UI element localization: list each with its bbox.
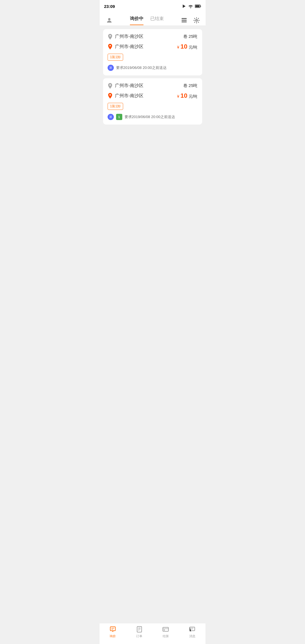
from-pin-icon-2: [108, 83, 113, 88]
to-price-2: ¥ 10 元/吨: [177, 92, 198, 99]
from-location-1: 广州市-南沙区: [108, 34, 143, 40]
svg-rect-6: [182, 20, 187, 21]
svg-rect-7: [182, 21, 187, 22]
to-city-1: 广州市-南沙区: [115, 44, 143, 50]
tags-row-2: 1装1卸: [108, 103, 198, 110]
settings-icon: [193, 17, 200, 23]
tab-inquiry[interactable]: 询价中: [130, 16, 143, 25]
deadline-text-2: 要求2019/06/08 20:00之前送达: [125, 114, 175, 119]
派-icon-1: 派: [108, 65, 114, 71]
price-symbol-2: ¥: [177, 94, 179, 99]
status-icons: [182, 4, 201, 8]
to-location-1: 广州市-南沙区: [108, 44, 143, 50]
status-time: 23:09: [104, 4, 115, 9]
派-icon-2: 派: [108, 114, 114, 120]
badge-count-2: 1: [118, 116, 120, 119]
tags-row-1: 1装1卸: [108, 54, 198, 61]
svg-point-4: [108, 18, 110, 20]
from-row-2: 广州市-南沙区 卷 25吨: [108, 83, 198, 89]
deadline-row-1: 派 要求2019/06/08 20:00之前送达: [108, 65, 198, 71]
to-location-2: 广州市-南沙区: [108, 93, 143, 99]
svg-point-8: [196, 19, 197, 21]
to-pin-icon-1: [108, 44, 113, 49]
price-unit-1: 元/吨: [189, 45, 198, 49]
header-tabs: 询价中 已结束: [130, 16, 164, 25]
svg-rect-2: [200, 6, 201, 7]
battery-icon: [195, 5, 201, 8]
main-content: 广州市-南沙区 卷 25吨 广州市-南沙区 ¥ 10 元/吨 1装1卸: [100, 26, 206, 128]
price-value-2: 10: [180, 92, 187, 99]
from-pin-icon-1: [108, 34, 113, 39]
to-row-2: 广州市-南沙区 ¥ 10 元/吨: [108, 92, 198, 99]
play-icon: [182, 4, 186, 8]
settings-button[interactable]: [192, 16, 201, 25]
tag-load-unload-2: 1装1卸: [108, 103, 123, 110]
price-value-1: 10: [180, 43, 187, 50]
from-city-1: 广州市-南沙区: [115, 34, 143, 40]
deadline-text-1: 要求2019/06/08 20:00之前送达: [116, 65, 167, 70]
tag-load-unload-1: 1装1卸: [108, 54, 123, 61]
order-card-2[interactable]: 广州市-南沙区 卷 25吨 广州市-南沙区 ¥ 10 元/吨 1装1卸: [103, 78, 202, 125]
layers-button[interactable]: [180, 16, 189, 25]
tab-ended[interactable]: 已结束: [150, 16, 164, 25]
from-detail-1: 卷 25吨: [183, 34, 198, 39]
to-price-1: ¥ 10 元/吨: [177, 43, 198, 50]
svg-rect-5: [182, 18, 187, 19]
from-detail-2: 卷 25吨: [183, 83, 198, 88]
from-city-2: 广州市-南沙区: [115, 83, 143, 89]
from-row-1: 广州市-南沙区 卷 25吨: [108, 34, 198, 40]
status-bar: 23:09: [100, 0, 206, 12]
price-symbol-1: ¥: [177, 45, 179, 49]
to-city-2: 广州市-南沙区: [115, 93, 143, 99]
profile-button[interactable]: [104, 15, 114, 25]
header: 询价中 已结束: [100, 12, 206, 26]
layers-icon: [181, 17, 187, 23]
to-row-1: 广州市-南沙区 ¥ 10 元/吨: [108, 43, 198, 50]
wifi-icon: [188, 4, 193, 8]
svg-marker-0: [183, 5, 186, 8]
user-icon: [106, 17, 113, 24]
price-unit-2: 元/吨: [189, 94, 198, 99]
to-pin-icon-2: [108, 93, 113, 98]
from-location-2: 广州市-南沙区: [108, 83, 143, 89]
order-card-1[interactable]: 广州市-南沙区 卷 25吨 广州市-南沙区 ¥ 10 元/吨 1装1卸: [103, 29, 202, 75]
deadline-row-2: 派 1 要求2019/06/08 20:00之前送达: [108, 114, 198, 120]
header-right: [180, 16, 201, 25]
badge-icon-2: 1: [116, 114, 122, 120]
svg-rect-3: [195, 5, 199, 7]
